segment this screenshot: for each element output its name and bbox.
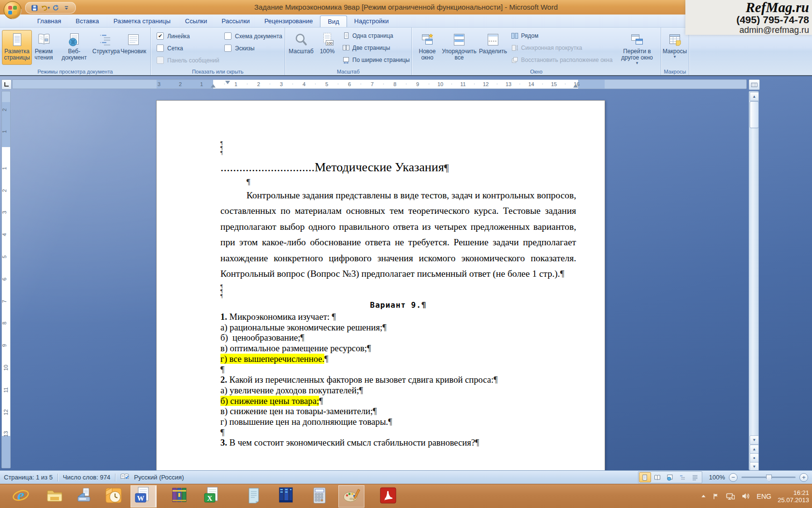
checkbox-схема-документа[interactable]: Схема документа bbox=[224, 32, 282, 40]
checkbox-линейка[interactable]: ✔Линейка bbox=[157, 32, 190, 40]
two-pages-button[interactable]: Две страницы bbox=[342, 44, 390, 52]
sb-outline-button[interactable] bbox=[677, 472, 689, 482]
undo-dropdown-icon[interactable]: ▾ bbox=[47, 6, 50, 10]
browse-previous-button[interactable]: ▲ bbox=[750, 445, 759, 454]
scroll-down-button[interactable]: ▼ bbox=[750, 435, 759, 445]
checkbox-эскизы[interactable]: Эскизы bbox=[224, 45, 255, 52]
zoom-level[interactable]: 100% bbox=[709, 474, 725, 481]
action-center-flag-icon[interactable] bbox=[712, 493, 720, 500]
draft-button[interactable]: Черновик bbox=[119, 30, 147, 65]
document-line[interactable]: г) все вышеперечисленное.¶ bbox=[220, 354, 576, 364]
taskbar-total-commander[interactable] bbox=[273, 485, 299, 508]
arrange-all-button[interactable]: Упорядочить все bbox=[441, 30, 478, 65]
ribbon-tab[interactable]: Ссылки bbox=[178, 15, 215, 27]
switch-windows-button[interactable]: Перейти в другое окно▾ bbox=[617, 30, 657, 65]
taskbar-outlook[interactable] bbox=[101, 485, 127, 508]
zoom-100-button[interactable]: 100100% bbox=[315, 30, 339, 65]
tray-expand-icon[interactable] bbox=[701, 493, 706, 499]
document-page[interactable]: ¶¶¶ ..............................Методи… bbox=[156, 100, 605, 470]
button-label: Упорядочить все bbox=[441, 48, 477, 61]
document-line[interactable]: ¶ bbox=[220, 427, 576, 438]
undo-button[interactable]: ▾ bbox=[41, 3, 50, 12]
ribbon-tab[interactable]: Надстройки bbox=[347, 15, 396, 27]
zoom-slider-thumb[interactable] bbox=[766, 475, 772, 482]
right-indent-marker[interactable] bbox=[573, 84, 578, 88]
macros-button[interactable]: Макросы▾ bbox=[663, 30, 687, 65]
print-layout-button[interactable]: Разметка страницы bbox=[2, 30, 32, 65]
taskbar-internet-explorer[interactable]: e bbox=[8, 485, 34, 508]
page-indicator[interactable]: Страница: 1 из 5 bbox=[4, 474, 53, 481]
save-button[interactable] bbox=[30, 3, 39, 12]
taskbar-acrobat-reader[interactable] bbox=[375, 485, 401, 508]
document-line[interactable]: б) снижение цены товара;¶ bbox=[220, 396, 576, 406]
taskbar-excel[interactable]: X bbox=[199, 485, 225, 508]
checkbox-панель-сообщений: Панель сообщений bbox=[157, 57, 219, 64]
document-line[interactable]: б) ценообразование;¶ bbox=[220, 332, 576, 343]
vertical-scrollbar[interactable]: ▲▼▲●▼ bbox=[749, 91, 759, 470]
office-button[interactable] bbox=[3, 0, 22, 20]
scrollbar-thumb[interactable] bbox=[750, 101, 759, 128]
ruler-number: 2 bbox=[1, 108, 7, 111]
fullscreen-reading-button[interactable]: Режим чтения bbox=[32, 30, 55, 65]
outline-button[interactable]: Структура bbox=[93, 30, 119, 65]
language-switcher[interactable]: ENG bbox=[757, 493, 771, 500]
taskbar-word[interactable]: W bbox=[130, 485, 157, 508]
document-line[interactable]: а) рациональные экономические решения;¶ bbox=[220, 322, 576, 333]
document-line[interactable]: в) снижение цен на товары-заменители;¶ bbox=[220, 406, 576, 417]
document-line[interactable]: г) повышение цен на дополняющие товары.¶ bbox=[220, 417, 576, 427]
browse-next-button[interactable]: ▼ bbox=[750, 462, 759, 470]
zoom-slider[interactable] bbox=[741, 477, 796, 478]
first-line-indent-marker[interactable] bbox=[225, 81, 230, 84]
document-line[interactable]: 3. В чем состоит экономический смысл ста… bbox=[220, 437, 576, 448]
ribbon-tab[interactable]: Вставка bbox=[68, 15, 106, 27]
document-line[interactable]: ¶ bbox=[220, 364, 576, 375]
ribbon-tab[interactable]: Рассылки bbox=[215, 15, 257, 27]
zoom-out-button[interactable]: − bbox=[729, 473, 738, 482]
left-indent-marker[interactable] bbox=[211, 84, 216, 88]
sb-draft-button[interactable] bbox=[689, 472, 701, 482]
taskbar-winrar[interactable] bbox=[166, 485, 192, 508]
vertical-ruler[interactable]: 2112345678910111213 bbox=[1, 91, 11, 468]
ribbon-tab[interactable]: Вид bbox=[320, 15, 347, 27]
spellcheck-icon[interactable] bbox=[120, 473, 129, 482]
zoom-button[interactable]: Масштаб bbox=[289, 30, 313, 65]
pilcrow-mark: ¶ bbox=[220, 293, 223, 298]
document-line[interactable]: 2. Какой из перечисленных факторов не вы… bbox=[220, 374, 576, 385]
qat-customize-button[interactable] bbox=[62, 3, 71, 12]
select-browse-object-button[interactable]: ● bbox=[750, 453, 759, 463]
taskbar-notepad[interactable] bbox=[241, 485, 267, 508]
sb-read-button[interactable] bbox=[652, 472, 664, 482]
scroll-up-button[interactable]: ▲ bbox=[750, 92, 759, 101]
sb-web-button[interactable] bbox=[664, 472, 676, 482]
page-width-button[interactable]: По ширине страницы bbox=[342, 56, 410, 64]
network-icon[interactable] bbox=[726, 493, 735, 500]
zoom-in-button[interactable]: + bbox=[799, 473, 808, 482]
clock[interactable]: 16:21 25.07.2013 bbox=[778, 489, 809, 504]
word-count[interactable]: Число слов: 974 bbox=[63, 474, 110, 481]
horizontal-ruler[interactable]: 3211·2·3·4·5·6·7·8·9·10·11·12·13·14·15·1… bbox=[12, 79, 747, 89]
document-line[interactable]: а) увеличение доходов покупателей;¶ bbox=[220, 385, 576, 396]
redo-button[interactable] bbox=[51, 3, 60, 12]
document-line[interactable]: в) оптимальное размещение ресурсов;¶ bbox=[220, 343, 576, 354]
document-line[interactable]: 1. Микроэкономика изучает: ¶ bbox=[220, 312, 576, 322]
checkbox-сетка[interactable]: Сетка bbox=[157, 45, 183, 52]
new-window-icon bbox=[419, 32, 435, 48]
sb-print-button[interactable] bbox=[639, 472, 651, 482]
ruler-toggle-button[interactable] bbox=[749, 79, 760, 90]
ribbon-tab[interactable]: Разметка страницы bbox=[106, 15, 178, 27]
tab-selector-button[interactable] bbox=[1, 79, 12, 90]
taskbar-paint[interactable] bbox=[338, 485, 364, 508]
taskbar-calculator[interactable] bbox=[306, 485, 333, 508]
ruler-number: 15 bbox=[551, 81, 557, 87]
view-side-button[interactable]: Рядом bbox=[511, 32, 538, 40]
ribbon-tab[interactable]: Главная bbox=[30, 15, 68, 27]
web-layout-button[interactable]: Веб-документ bbox=[56, 30, 93, 65]
one-page-button[interactable]: Одна страница bbox=[342, 32, 393, 40]
language-indicator[interactable]: Русский (Россия) bbox=[134, 474, 184, 481]
taskbar-fax-scanner[interactable] bbox=[72, 485, 99, 508]
ribbon-tab[interactable]: Рецензирование bbox=[257, 15, 320, 27]
taskbar-file-explorer[interactable] bbox=[42, 485, 68, 508]
split-button[interactable]: Разделить bbox=[478, 30, 508, 65]
new-window-button[interactable]: Новое окно bbox=[415, 30, 440, 65]
volume-icon[interactable] bbox=[741, 493, 751, 500]
